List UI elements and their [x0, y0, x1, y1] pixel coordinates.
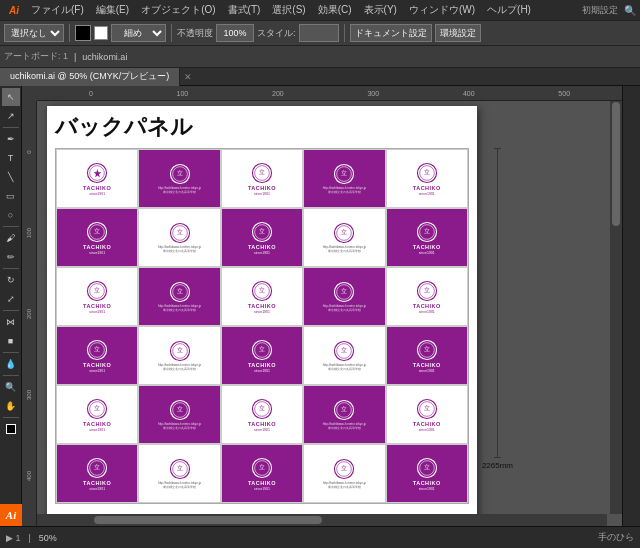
opacity-input[interactable]: [216, 24, 254, 42]
grid-cell-r4c1: 立 TACHIKO since1901: [56, 326, 138, 385]
grid-cell-r3c5: 立 TACHIKO since1901: [386, 267, 468, 326]
scrollbar-horizontal[interactable]: [37, 514, 607, 526]
menu-object[interactable]: オブジェクト(O): [136, 3, 220, 17]
status-zoom-label: 50%: [39, 533, 57, 543]
emblem-r5c1: 立: [86, 398, 108, 420]
svg-text:立: 立: [259, 286, 265, 293]
emblem-r6c3: 立: [251, 457, 273, 479]
emblem-r3c5: 立: [416, 280, 438, 302]
emblem-r4c3: 立: [251, 339, 273, 361]
emblem-icon: 立: [86, 162, 108, 184]
emblem-r4c2: 立: [169, 340, 191, 362]
emblem-r4c1: 立: [86, 339, 108, 361]
grid-cell-r5c4: 立 http://tachikawa-h.metro.tokyo.jp 東京都立…: [303, 385, 385, 444]
menu-select[interactable]: 選択(S): [267, 3, 310, 17]
doc-name: uchikomi.ai: [82, 52, 127, 62]
svg-text:立: 立: [94, 345, 100, 352]
emblem-r5c5: 立: [416, 398, 438, 420]
scrollbar-vertical[interactable]: [610, 101, 622, 514]
select-tool[interactable]: ↖: [2, 88, 20, 106]
emblem-r2c3: 立: [251, 221, 273, 243]
svg-text:立: 立: [259, 463, 265, 470]
grid-cell-r4c4: 立 http://tachikawa-h.metro.tokyo.jp 東京都立…: [303, 326, 385, 385]
ellipse-tool[interactable]: ○: [2, 206, 20, 224]
paintbrush-tool[interactable]: 🖌: [2, 229, 20, 247]
style-label: スタイル:: [257, 27, 296, 40]
svg-text:立: 立: [341, 169, 347, 176]
menu-type[interactable]: 書式(T): [223, 3, 266, 17]
zoom-tool[interactable]: 🔍: [2, 378, 20, 396]
ai-app-icon: Ai: [0, 504, 22, 526]
menu-edit[interactable]: 編集(E): [91, 3, 134, 17]
emblem-r2c2: 立: [169, 222, 191, 244]
direct-select-tool[interactable]: ↗: [2, 107, 20, 125]
emblem-r6c5: 立: [416, 457, 438, 479]
menu-effect[interactable]: 効果(C): [313, 3, 357, 17]
toolbar-separator-3: [344, 24, 345, 42]
tool-separator-2: [3, 226, 19, 227]
grid-cell-r2c2: 立 http://tachikawa-h.metro.tokyo.jp 東京都立…: [138, 208, 220, 267]
stroke-weight-dropdown[interactable]: 細め 2 pt 幅: [111, 24, 166, 42]
svg-text:立: 立: [259, 227, 265, 234]
tab-bar: uchikomi.ai @ 50% (CMYK/プレビュー) ✕: [0, 68, 640, 86]
svg-text:立: 立: [94, 404, 100, 411]
blend-tool[interactable]: ⋈: [2, 313, 20, 331]
menu-file[interactable]: ファイル(F): [26, 3, 89, 17]
type-tool[interactable]: T: [2, 149, 20, 167]
svg-text:立: 立: [424, 404, 430, 411]
scale-tool[interactable]: ⤢: [2, 290, 20, 308]
ruler-horizontal: 0100200300400500: [37, 86, 622, 101]
svg-text:立: 立: [424, 345, 430, 352]
scrollbar-thumb-h[interactable]: [94, 516, 322, 524]
env-settings-btn[interactable]: 環境設定: [435, 24, 481, 42]
menu-help[interactable]: ヘルプ(H): [482, 3, 536, 17]
emblem-icon-p: 立: [169, 163, 191, 185]
rotate-tool[interactable]: ↻: [2, 271, 20, 289]
grid-cell-r5c1: 立 TACHIKO since1901: [56, 385, 138, 444]
search-icon[interactable]: 🔍: [624, 5, 636, 16]
menu-ai[interactable]: Ai: [4, 5, 24, 16]
rect-tool[interactable]: ▭: [2, 187, 20, 205]
emblem-r2c5: 立: [416, 221, 438, 243]
fill-stroke-display: [2, 420, 20, 438]
pattern-grid: 立 TACHIKO since1901 立 http://tachikawa-h…: [55, 148, 469, 504]
menu-window[interactable]: ウィンドウ(W): [404, 3, 480, 17]
select-tool-dropdown[interactable]: 選択なし: [4, 24, 64, 42]
right-panel: [622, 86, 640, 526]
scrollbar-thumb-v[interactable]: [612, 102, 620, 226]
grid-cell-r6c4: 立 http://tachikawa-h.metro.tokyo.jp 東京都立…: [303, 444, 385, 503]
pencil-tool[interactable]: ✏: [2, 248, 20, 266]
emblem-r2c4: 立: [333, 222, 355, 244]
style-input[interactable]: [299, 24, 339, 42]
close-tab-icon[interactable]: ✕: [184, 72, 192, 82]
grid-cell-r4c2: 立 http://tachikawa-h.metro.tokyo.jp 東京都立…: [138, 326, 220, 385]
grid-cell-r1c1: 立 TACHIKO since1901: [56, 149, 138, 208]
svg-text:立: 立: [177, 228, 183, 235]
document-tab[interactable]: uchikomi.ai @ 50% (CMYK/プレビュー): [0, 68, 180, 86]
svg-text:立: 立: [341, 228, 347, 235]
grid-cell-r2c3: 立 TACHIKO since1901: [221, 208, 303, 267]
fill-color-swatch[interactable]: [75, 25, 91, 41]
line-tool[interactable]: ╲: [2, 168, 20, 186]
doc-settings-btn[interactable]: ドキュメント設定: [350, 24, 432, 42]
grid-cell-r2c1: 立 TACHIKO since1901: [56, 208, 138, 267]
gradient-tool[interactable]: ■: [2, 332, 20, 350]
menu-view[interactable]: 表示(Y): [359, 3, 402, 17]
svg-text:立: 立: [95, 170, 99, 175]
pen-tool[interactable]: ✒: [2, 130, 20, 148]
emblem-r3c2: 立: [169, 281, 191, 303]
grid-cell-r1c5: 立 TACHIKO since1901: [386, 149, 468, 208]
emblem-r3c4: 立: [333, 281, 355, 303]
toolbar2-sep: |: [74, 52, 76, 62]
main-area: ↖ ↗ ✒ T ╲ ▭ ○ 🖌 ✏ ↻ ⤢ ⋈ ■ 💧 🔍 ✋ 01002003…: [0, 86, 640, 526]
svg-text:立: 立: [259, 404, 265, 411]
opacity-label: 不透明度: [177, 27, 213, 40]
hand-tool[interactable]: ✋: [2, 397, 20, 415]
emblem-icon-w2: 立: [416, 162, 438, 184]
emblem-r5c4: 立: [333, 399, 355, 421]
stroke-color-swatch[interactable]: [94, 26, 108, 40]
eyedropper-tool[interactable]: 💧: [2, 355, 20, 373]
canvas-area[interactable]: 0100200300400500 0 100 200 300 400 バックパネ…: [22, 86, 622, 526]
grid-cell-r3c4: 立 http://tachikawa-h.metro.tokyo.jp 東京都立…: [303, 267, 385, 326]
menu-bar: Ai ファイル(F) 編集(E) オブジェクト(O) 書式(T) 選択(S) 効…: [0, 0, 640, 20]
